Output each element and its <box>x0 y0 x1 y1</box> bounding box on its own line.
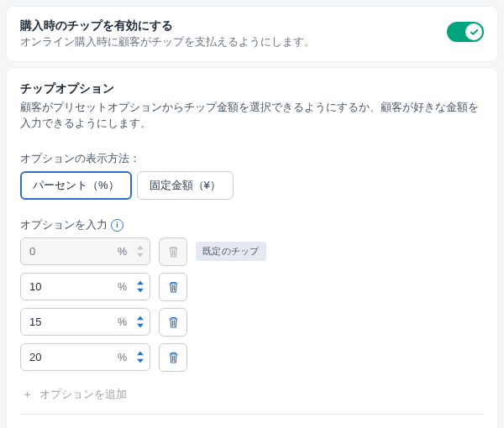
option-row: % <box>20 343 484 372</box>
tip-options-card: チップオプション 顧客がプリセットオプションからチップ金額を選択できるようにする… <box>7 68 497 428</box>
option-row: % 既定のチップ <box>20 237 484 266</box>
display-method-label: オプションの表示方法： <box>20 152 484 166</box>
segment-percent[interactable]: パーセント（%） <box>20 171 132 200</box>
trash-icon <box>168 352 179 363</box>
trash-icon <box>168 281 179 293</box>
trash-icon <box>168 316 179 328</box>
chevron-up-icon[interactable] <box>135 279 145 286</box>
option-row: % <box>20 273 484 301</box>
chevron-up-icon <box>135 244 145 251</box>
quantity-stepper[interactable] <box>135 279 145 294</box>
chevron-up-icon[interactable] <box>135 350 145 357</box>
delete-option-button[interactable] <box>159 308 187 337</box>
info-icon[interactable]: i <box>111 219 123 232</box>
chevron-down-icon[interactable] <box>135 287 145 294</box>
enable-tip-card: 購入時のチップを有効にする オンライン購入時に顧客がチップを支払えるようにします… <box>7 7 497 61</box>
option-input <box>20 237 150 265</box>
quantity-stepper[interactable] <box>135 350 145 364</box>
delete-option-button <box>159 237 187 266</box>
option-input-wrap: % <box>20 273 150 300</box>
chevron-up-icon[interactable] <box>135 315 145 321</box>
enable-tip-subtitle: オンライン購入時に顧客がチップを支払えるようにします。 <box>20 35 484 50</box>
display-method-segmented: パーセント（%） 固定金額（¥） <box>20 171 484 200</box>
default-tip-badge: 既定のチップ <box>196 242 266 261</box>
add-option-button[interactable]: ＋ オプションを追加 <box>20 378 484 415</box>
quantity-stepper[interactable] <box>135 315 145 329</box>
trash-icon <box>168 246 179 258</box>
percent-suffix: % <box>118 316 127 328</box>
delete-option-button[interactable] <box>159 343 187 372</box>
check-icon <box>470 28 479 37</box>
tip-options-description: 顧客がプリセットオプションからチップ金額を選択できるようにするか、顧客が好きな金… <box>20 100 484 132</box>
chevron-down-icon[interactable] <box>135 358 145 364</box>
quantity-stepper <box>135 244 145 258</box>
option-input-wrap: % <box>20 343 150 371</box>
plus-icon: ＋ <box>22 387 33 402</box>
enter-options-label: オプションを入力 i <box>20 218 484 232</box>
percent-suffix: % <box>118 352 127 363</box>
enable-tip-title: 購入時のチップを有効にする <box>20 18 484 34</box>
option-input[interactable] <box>20 308 150 336</box>
chevron-down-icon <box>135 252 145 258</box>
option-input[interactable] <box>20 273 150 300</box>
tip-options-title: チップオプション <box>20 81 484 97</box>
enable-tip-toggle[interactable] <box>447 22 484 42</box>
option-input-wrap: % <box>20 308 150 336</box>
add-option-label: オプションを追加 <box>39 387 127 402</box>
option-row: % <box>20 308 484 337</box>
segment-fixed[interactable]: 固定金額（¥） <box>137 171 234 200</box>
option-input-wrap: % <box>20 237 150 265</box>
enter-options-text: オプションを入力 <box>20 218 108 232</box>
toggle-knob <box>465 23 482 40</box>
option-input[interactable] <box>20 343 150 371</box>
chevron-down-icon[interactable] <box>135 322 145 329</box>
delete-option-button[interactable] <box>159 273 187 301</box>
percent-suffix: % <box>118 281 127 293</box>
percent-suffix: % <box>118 246 127 258</box>
